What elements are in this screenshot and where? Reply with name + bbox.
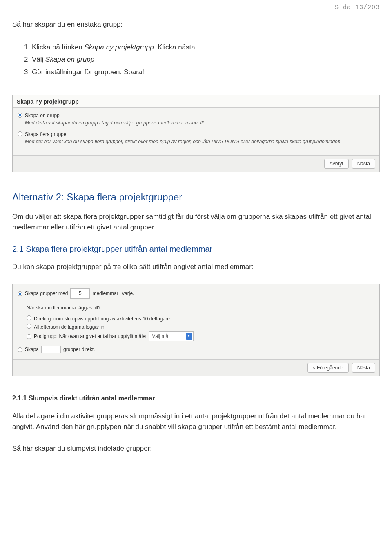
- radio-description: Med detta val skapar du en grupp i taget…: [25, 119, 374, 127]
- subsection-heading-21: 2.1 Skapa flera projektgrupper utifrån a…: [12, 244, 380, 254]
- dialog-create-project-group: Skapa ny projektgrupp Skapa en grupp Med…: [12, 95, 380, 172]
- radio-label-suffix: medlemmar i varje.: [92, 289, 134, 298]
- step-italic: Skapa ny projektgrupp: [85, 43, 154, 51]
- dialog-create-groups-options: Skapa grupper med 5 medlemmar i varje. N…: [12, 284, 380, 376]
- next-button[interactable]: Nästa: [352, 159, 375, 169]
- dialog-footer: Avbryt Nästa: [13, 155, 379, 172]
- step-prefix: Klicka på länken: [32, 43, 85, 51]
- list-item: Gör inställningar för gruppen. Spara!: [32, 66, 380, 79]
- radio-label: Skapa grupper med: [25, 289, 68, 298]
- radio-label: Poolgrupp: När ovan angivet antal har up…: [34, 332, 147, 340]
- select-placeholder: Välj mål: [152, 332, 169, 340]
- cancel-button[interactable]: Avbryt: [324, 159, 349, 169]
- page-number: Sida 13/203: [12, 0, 380, 19]
- step-suffix: . Klicka nästa.: [154, 43, 197, 51]
- step-prefix: Gör inställningar för gruppen. Spara!: [32, 68, 144, 76]
- dialog-title: Skapa ny projektgrupp: [13, 95, 379, 108]
- radio-single-group[interactable]: [18, 113, 22, 118]
- section-heading-alt2: Alternativ 2: Skapa flera projektgrupper: [12, 191, 380, 203]
- members-count-input[interactable]: 5: [70, 288, 90, 299]
- sec211-paragraph: Alla deltagare i din aktivitet grupperas…: [12, 411, 380, 432]
- subsection-heading-211: 2.1.1 Slumpvis direkt utifrån antal medl…: [12, 395, 380, 402]
- radio-direct-random[interactable]: [27, 315, 31, 320]
- groups-count-input[interactable]: [41, 346, 61, 353]
- radio-multiple-groups[interactable]: [18, 131, 22, 136]
- step-prefix: Välj: [32, 56, 45, 63]
- radio-as-login[interactable]: [27, 324, 31, 329]
- radio-groups-with-members[interactable]: [18, 291, 22, 296]
- radio-label: Skapa: [25, 345, 39, 353]
- radio-label: Skapa flera grupper: [25, 131, 68, 138]
- radio-label: Allteftersom deltagarna loggar in.: [34, 323, 106, 331]
- next-button[interactable]: Nästa: [352, 363, 375, 373]
- chevron-down-icon: ▾: [186, 333, 192, 340]
- previous-button[interactable]: < Föregående: [307, 363, 349, 373]
- radio-label: Direkt genom slumpvis uppdelning av akti…: [34, 315, 171, 323]
- dialog-footer: < Föregående Nästa: [13, 359, 379, 376]
- list-item: Klicka på länken Skapa ny projektgrupp. …: [32, 41, 380, 54]
- closing-text: Så här skapar du slumpvist indelade grup…: [12, 443, 380, 454]
- step-italic: Skapa en grupp: [45, 56, 94, 63]
- steps-list: Klicka på länken Skapa ny projektgrupp. …: [12, 41, 380, 79]
- radio-poolgroup[interactable]: [27, 334, 31, 339]
- alt2-paragraph: Om du väljer att skapa flera projektgrup…: [12, 211, 380, 232]
- list-item: Välj Skapa en grupp: [32, 53, 380, 66]
- sec21-paragraph: Du kan skapa projektgrupper på tre olika…: [12, 262, 380, 272]
- radio-label-suffix: grupper direkt.: [63, 345, 95, 353]
- goal-select[interactable]: Välj mål ▾: [149, 331, 194, 341]
- intro-text: Så här skapar du en enstaka grupp:: [12, 19, 380, 30]
- radio-description: Med det här valet kan du skapa flera gru…: [25, 138, 374, 145]
- radio-label: Skapa en grupp: [25, 112, 60, 119]
- when-add-members-label: När ska medlemmarna läggas till?: [27, 304, 374, 312]
- radio-create-direct[interactable]: [18, 347, 22, 352]
